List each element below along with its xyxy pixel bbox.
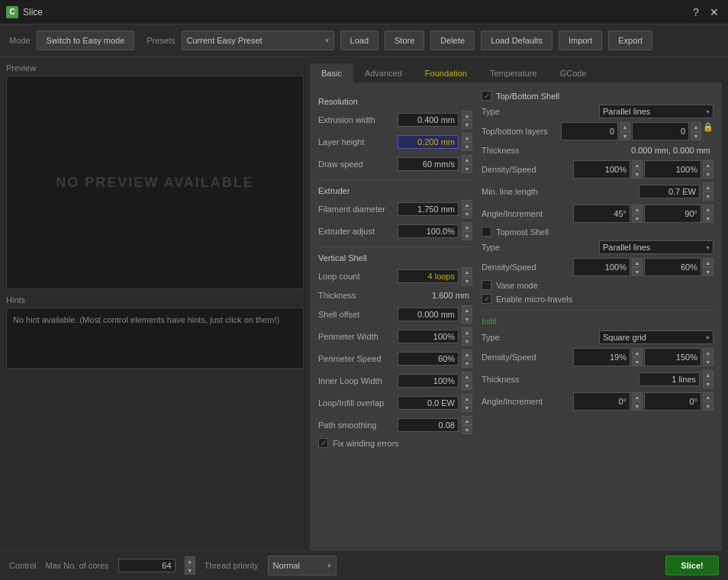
extrusion-width-input[interactable] [398, 113, 459, 127]
infill-density-down[interactable]: ▼ [632, 357, 643, 366]
import-button[interactable]: Import [559, 31, 602, 50]
angle-up[interactable]: ▲ [632, 205, 643, 214]
layer-height-input[interactable] [398, 135, 459, 149]
topmost-shell-checkbox[interactable]: ✓ [482, 227, 491, 237]
infill-speed-input[interactable] [644, 348, 701, 366]
infill-speed-up[interactable]: ▲ [703, 348, 714, 357]
loop-count-up[interactable]: ▲ [462, 267, 472, 276]
shell-offset-up[interactable]: ▲ [462, 305, 472, 314]
increment-down[interactable]: ▼ [703, 214, 714, 223]
load-defaults-button[interactable]: Load Defaults [481, 31, 552, 50]
top-bottom-layers-bottom-input[interactable] [632, 122, 689, 140]
load-button[interactable]: Load [340, 31, 378, 50]
speed-input[interactable] [644, 160, 701, 179]
perimeter-width-up[interactable]: ▲ [462, 327, 472, 337]
top-layers-up[interactable]: ▲ [620, 122, 630, 131]
tab-foundation[interactable]: Foundation [414, 63, 478, 82]
speed-down[interactable]: ▼ [703, 169, 714, 179]
infill-thickness-down[interactable]: ▼ [703, 379, 714, 388]
path-smoothing-input[interactable] [398, 418, 459, 432]
infill-increment-input[interactable] [644, 392, 701, 411]
density-input[interactable] [573, 160, 630, 179]
topmost-speed-input[interactable] [644, 258, 701, 276]
lock-icon[interactable]: 🔒 [703, 122, 714, 140]
top-bottom-shell-checkbox[interactable]: ✓ [482, 91, 491, 101]
delete-button[interactable]: Delete [430, 31, 475, 50]
vase-mode-checkbox[interactable]: ✓ [482, 280, 491, 290]
loop-infill-overlap-up[interactable]: ▲ [462, 394, 472, 403]
store-button[interactable]: Store [385, 31, 424, 50]
perimeter-speed-input[interactable] [398, 352, 459, 366]
path-smoothing-down[interactable]: ▼ [462, 425, 472, 434]
perimeter-width-input[interactable] [398, 330, 459, 343]
tab-advanced[interactable]: Advanced [353, 63, 414, 82]
top-bottom-layers-top-input[interactable] [561, 122, 618, 140]
perimeter-speed-down[interactable]: ▼ [462, 359, 472, 368]
infill-increment-down[interactable]: ▼ [703, 401, 714, 411]
switch-easy-mode-button[interactable]: Switch to Easy mode [37, 31, 135, 50]
infill-speed-down[interactable]: ▼ [703, 357, 714, 366]
topmost-type-dropdown[interactable]: Parallel lines [599, 240, 714, 254]
path-smoothing-up[interactable]: ▲ [462, 416, 472, 425]
shell-offset-input[interactable] [398, 308, 459, 321]
density-up[interactable]: ▲ [632, 160, 643, 169]
help-button[interactable]: ? [688, 5, 704, 20]
filament-diam-input[interactable] [398, 202, 459, 216]
inner-loop-width-input[interactable] [398, 374, 459, 388]
min-line-length-down[interactable]: ▼ [703, 192, 714, 201]
micro-travels-checkbox[interactable]: ✓ [482, 294, 491, 304]
loop-count-down[interactable]: ▼ [462, 276, 472, 285]
infill-increment-up[interactable]: ▲ [703, 392, 714, 401]
slice-button[interactable]: Slice! [665, 556, 719, 575]
filament-diam-down[interactable]: ▼ [462, 209, 472, 218]
perimeter-width-down[interactable]: ▼ [462, 337, 472, 346]
draw-speed-down[interactable]: ▼ [462, 164, 472, 173]
fix-winding-checkbox[interactable]: ✓ [318, 438, 328, 448]
shell-offset-down[interactable]: ▼ [462, 314, 472, 324]
infill-thickness-input[interactable] [639, 372, 700, 386]
density-down[interactable]: ▼ [632, 169, 643, 179]
angle-down[interactable]: ▼ [632, 214, 643, 223]
max-cores-input[interactable] [118, 559, 176, 572]
bottom-layers-up[interactable]: ▲ [691, 122, 701, 131]
infill-thickness-up[interactable]: ▲ [703, 370, 714, 379]
infill-angle-up[interactable]: ▲ [632, 392, 643, 401]
top-bottom-type-dropdown[interactable]: Parallel lines [599, 105, 714, 118]
close-button[interactable]: ✕ [707, 5, 722, 20]
topmost-density-down[interactable]: ▼ [632, 267, 643, 276]
extruder-adj-down[interactable]: ▼ [462, 231, 472, 240]
loop-infill-overlap-down[interactable]: ▼ [462, 403, 472, 412]
topmost-speed-up[interactable]: ▲ [703, 258, 714, 267]
export-button[interactable]: Export [608, 31, 652, 50]
infill-angle-down[interactable]: ▼ [632, 401, 643, 411]
infill-density-up[interactable]: ▲ [632, 348, 643, 357]
top-layers-down[interactable]: ▼ [620, 131, 630, 140]
infill-angle-input[interactable] [573, 392, 630, 411]
angle-input[interactable] [573, 205, 630, 223]
increment-up[interactable]: ▲ [703, 205, 714, 214]
topmost-density-up[interactable]: ▲ [632, 258, 643, 267]
min-line-length-up[interactable]: ▲ [703, 182, 714, 192]
inner-loop-width-up[interactable]: ▲ [462, 372, 472, 381]
loop-count-input[interactable] [398, 269, 459, 283]
min-line-length-input[interactable] [639, 185, 700, 198]
topmost-speed-down[interactable]: ▼ [703, 267, 714, 276]
extrusion-width-down[interactable]: ▼ [462, 120, 472, 129]
speed-up[interactable]: ▲ [703, 160, 714, 169]
layer-height-up[interactable]: ▲ [462, 133, 472, 142]
tab-gcode[interactable]: GCode [549, 63, 598, 82]
increment-input[interactable] [644, 205, 701, 223]
extrusion-width-up[interactable]: ▲ [462, 111, 472, 120]
bottom-layers-down[interactable]: ▼ [691, 131, 701, 140]
perimeter-speed-up[interactable]: ▲ [462, 350, 472, 359]
layer-height-down[interactable]: ▼ [462, 142, 472, 151]
loop-infill-overlap-input[interactable] [398, 396, 459, 410]
draw-speed-up[interactable]: ▲ [462, 155, 472, 164]
thread-priority-dropdown[interactable]: Low Normal High [268, 556, 337, 575]
tab-temperature[interactable]: Temperature [478, 63, 549, 82]
extruder-adj-input[interactable] [398, 224, 459, 238]
draw-speed-input[interactable] [398, 157, 459, 171]
topmost-density-input[interactable] [573, 258, 630, 276]
max-cores-down[interactable]: ▼ [185, 566, 195, 575]
infill-density-input[interactable] [573, 348, 630, 366]
